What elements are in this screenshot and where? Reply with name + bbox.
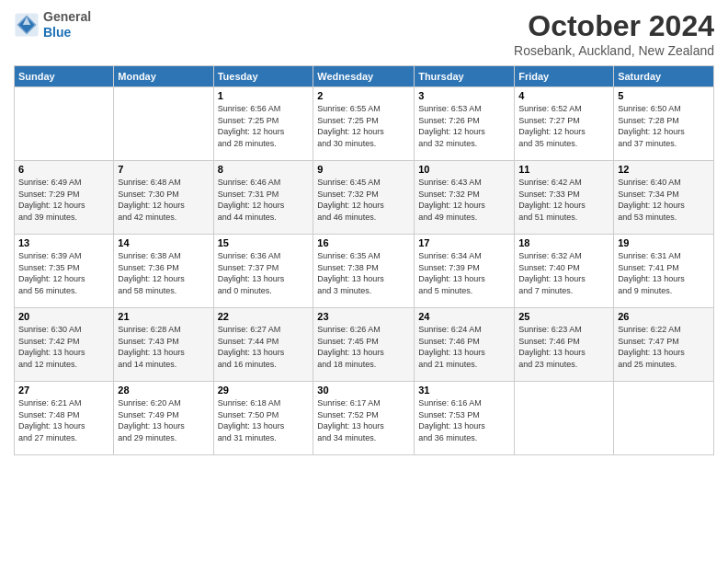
cell-4-5 xyxy=(515,382,614,455)
week-row-2: 6Sunrise: 6:49 AMSunset: 7:29 PMDaylight… xyxy=(15,161,714,235)
day-info: Sunrise: 6:34 AMSunset: 7:39 PMDaylight:… xyxy=(418,250,510,296)
cell-3-1: 21Sunrise: 6:28 AMSunset: 7:43 PMDayligh… xyxy=(114,308,213,382)
cell-2-2: 15Sunrise: 6:36 AMSunset: 7:37 PMDayligh… xyxy=(213,235,313,308)
day-number: 8 xyxy=(218,164,310,175)
day-number: 22 xyxy=(218,311,310,322)
month-title: October 2024 xyxy=(514,9,714,43)
day-number: 3 xyxy=(418,90,510,101)
day-info: Sunrise: 6:30 AMSunset: 7:42 PMDaylight:… xyxy=(18,324,109,370)
day-info: Sunrise: 6:23 AMSunset: 7:46 PMDaylight:… xyxy=(518,324,609,370)
day-info: Sunrise: 6:17 AMSunset: 7:52 PMDaylight:… xyxy=(317,397,410,443)
day-info: Sunrise: 6:38 AMSunset: 7:36 PMDaylight:… xyxy=(118,250,209,296)
calendar-table: Sunday Monday Tuesday Wednesday Thursday… xyxy=(14,65,714,455)
day-info: Sunrise: 6:40 AMSunset: 7:34 PMDaylight:… xyxy=(618,177,710,223)
day-number: 2 xyxy=(317,90,410,101)
day-number: 24 xyxy=(418,311,510,322)
cell-3-4: 24Sunrise: 6:24 AMSunset: 7:46 PMDayligh… xyxy=(415,308,515,382)
cell-3-2: 22Sunrise: 6:27 AMSunset: 7:44 PMDayligh… xyxy=(213,308,313,382)
cell-3-0: 20Sunrise: 6:30 AMSunset: 7:42 PMDayligh… xyxy=(15,308,114,382)
day-info: Sunrise: 6:46 AMSunset: 7:31 PMDaylight:… xyxy=(218,177,310,223)
cell-4-6 xyxy=(614,382,714,455)
day-number: 13 xyxy=(18,237,109,248)
cell-0-6: 5Sunrise: 6:50 AMSunset: 7:28 PMDaylight… xyxy=(614,87,714,161)
cell-1-1: 7Sunrise: 6:48 AMSunset: 7:30 PMDaylight… xyxy=(114,161,213,235)
col-monday: Monday xyxy=(114,66,213,87)
day-info: Sunrise: 6:26 AMSunset: 7:45 PMDaylight:… xyxy=(317,324,410,370)
day-info: Sunrise: 6:18 AMSunset: 7:50 PMDaylight:… xyxy=(218,397,310,443)
logo: General Blue xyxy=(14,9,91,40)
day-number: 7 xyxy=(118,164,209,175)
day-number: 4 xyxy=(518,90,609,101)
day-info: Sunrise: 6:56 AMSunset: 7:25 PMDaylight:… xyxy=(218,103,310,149)
col-tuesday: Tuesday xyxy=(213,66,313,87)
col-friday: Friday xyxy=(515,66,614,87)
cell-3-5: 25Sunrise: 6:23 AMSunset: 7:46 PMDayligh… xyxy=(515,308,614,382)
cell-1-2: 8Sunrise: 6:46 AMSunset: 7:31 PMDaylight… xyxy=(213,161,313,235)
day-number: 16 xyxy=(317,237,410,248)
day-info: Sunrise: 6:55 AMSunset: 7:25 PMDaylight:… xyxy=(317,103,410,149)
logo-text: General Blue xyxy=(43,9,91,40)
day-number: 5 xyxy=(618,90,710,101)
cell-0-2: 1Sunrise: 6:56 AMSunset: 7:25 PMDaylight… xyxy=(213,87,313,161)
day-number: 1 xyxy=(218,90,310,101)
col-saturday: Saturday xyxy=(614,66,714,87)
day-info: Sunrise: 6:35 AMSunset: 7:38 PMDaylight:… xyxy=(317,250,410,296)
day-number: 27 xyxy=(18,385,109,396)
cell-4-4: 31Sunrise: 6:16 AMSunset: 7:53 PMDayligh… xyxy=(415,382,515,455)
col-sunday: Sunday xyxy=(15,66,114,87)
day-number: 23 xyxy=(317,311,410,322)
day-number: 11 xyxy=(518,164,609,175)
cell-2-0: 13Sunrise: 6:39 AMSunset: 7:35 PMDayligh… xyxy=(15,235,114,308)
day-info: Sunrise: 6:16 AMSunset: 7:53 PMDaylight:… xyxy=(418,397,510,443)
cell-1-5: 11Sunrise: 6:42 AMSunset: 7:33 PMDayligh… xyxy=(515,161,614,235)
day-number: 10 xyxy=(418,164,510,175)
day-info: Sunrise: 6:50 AMSunset: 7:28 PMDaylight:… xyxy=(618,103,710,149)
day-info: Sunrise: 6:42 AMSunset: 7:33 PMDaylight:… xyxy=(518,177,609,223)
day-number: 20 xyxy=(18,311,109,322)
day-number: 12 xyxy=(618,164,710,175)
day-number: 28 xyxy=(118,385,209,396)
day-info: Sunrise: 6:39 AMSunset: 7:35 PMDaylight:… xyxy=(18,250,109,296)
day-info: Sunrise: 6:48 AMSunset: 7:30 PMDaylight:… xyxy=(118,177,209,223)
cell-2-4: 17Sunrise: 6:34 AMSunset: 7:39 PMDayligh… xyxy=(415,235,515,308)
day-number: 26 xyxy=(618,311,710,322)
day-info: Sunrise: 6:49 AMSunset: 7:29 PMDaylight:… xyxy=(18,177,109,223)
day-number: 9 xyxy=(317,164,410,175)
day-number: 29 xyxy=(218,385,310,396)
week-row-4: 20Sunrise: 6:30 AMSunset: 7:42 PMDayligh… xyxy=(15,308,714,382)
cell-0-0 xyxy=(15,87,114,161)
day-info: Sunrise: 6:43 AMSunset: 7:32 PMDaylight:… xyxy=(418,177,510,223)
week-row-1: 1Sunrise: 6:56 AMSunset: 7:25 PMDaylight… xyxy=(15,87,714,161)
logo-general: General xyxy=(43,9,91,25)
logo-icon xyxy=(14,12,40,38)
day-info: Sunrise: 6:22 AMSunset: 7:47 PMDaylight:… xyxy=(618,324,710,370)
cell-1-3: 9Sunrise: 6:45 AMSunset: 7:32 PMDaylight… xyxy=(313,161,415,235)
day-info: Sunrise: 6:36 AMSunset: 7:37 PMDaylight:… xyxy=(218,250,310,296)
cell-4-2: 29Sunrise: 6:18 AMSunset: 7:50 PMDayligh… xyxy=(213,382,313,455)
cell-4-1: 28Sunrise: 6:20 AMSunset: 7:49 PMDayligh… xyxy=(114,382,213,455)
day-info: Sunrise: 6:24 AMSunset: 7:46 PMDaylight:… xyxy=(418,324,510,370)
cell-0-4: 3Sunrise: 6:53 AMSunset: 7:26 PMDaylight… xyxy=(415,87,515,161)
day-info: Sunrise: 6:21 AMSunset: 7:48 PMDaylight:… xyxy=(18,397,109,443)
cell-1-0: 6Sunrise: 6:49 AMSunset: 7:29 PMDaylight… xyxy=(15,161,114,235)
cell-2-5: 18Sunrise: 6:32 AMSunset: 7:40 PMDayligh… xyxy=(515,235,614,308)
cell-2-3: 16Sunrise: 6:35 AMSunset: 7:38 PMDayligh… xyxy=(313,235,415,308)
col-wednesday: Wednesday xyxy=(313,66,415,87)
day-info: Sunrise: 6:32 AMSunset: 7:40 PMDaylight:… xyxy=(518,250,609,296)
day-info: Sunrise: 6:52 AMSunset: 7:27 PMDaylight:… xyxy=(518,103,609,149)
day-number: 15 xyxy=(218,237,310,248)
cell-4-3: 30Sunrise: 6:17 AMSunset: 7:52 PMDayligh… xyxy=(313,382,415,455)
main-container: General Blue October 2024 Rosebank, Auck… xyxy=(0,0,728,465)
cell-2-6: 19Sunrise: 6:31 AMSunset: 7:41 PMDayligh… xyxy=(614,235,714,308)
week-row-3: 13Sunrise: 6:39 AMSunset: 7:35 PMDayligh… xyxy=(15,235,714,308)
day-number: 14 xyxy=(118,237,209,248)
day-number: 6 xyxy=(18,164,109,175)
day-number: 17 xyxy=(418,237,510,248)
day-info: Sunrise: 6:45 AMSunset: 7:32 PMDaylight:… xyxy=(317,177,410,223)
location: Rosebank, Auckland, New Zealand xyxy=(514,43,714,58)
day-info: Sunrise: 6:20 AMSunset: 7:49 PMDaylight:… xyxy=(118,397,209,443)
cell-1-4: 10Sunrise: 6:43 AMSunset: 7:32 PMDayligh… xyxy=(415,161,515,235)
day-info: Sunrise: 6:27 AMSunset: 7:44 PMDaylight:… xyxy=(218,324,310,370)
week-row-5: 27Sunrise: 6:21 AMSunset: 7:48 PMDayligh… xyxy=(15,382,714,455)
day-info: Sunrise: 6:28 AMSunset: 7:43 PMDaylight:… xyxy=(118,324,209,370)
